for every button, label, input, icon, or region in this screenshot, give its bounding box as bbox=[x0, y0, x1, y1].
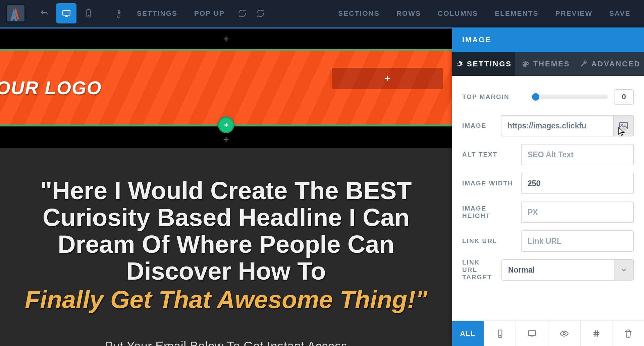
image-picker-button[interactable] bbox=[614, 115, 634, 136]
label-top-margin: TOP MARGIN bbox=[462, 93, 526, 101]
svg-rect-5 bbox=[620, 122, 628, 129]
visibility-toggle[interactable] bbox=[548, 321, 581, 346]
settings-button[interactable]: SETTINGS bbox=[129, 6, 185, 21]
subheadline[interactable]: Put Your Email Below To Get Instant Acce… bbox=[17, 339, 435, 346]
mobile-icon bbox=[496, 329, 504, 338]
element-settings-panel: IMAGE SETTINGS THEMES ADVANCED TOP MARGI… bbox=[452, 27, 644, 346]
add-section-fab[interactable] bbox=[218, 117, 234, 133]
sections-button[interactable]: SECTIONS bbox=[331, 6, 387, 21]
add-element-box[interactable] bbox=[332, 68, 443, 89]
label-link-url: LINK URL bbox=[462, 237, 514, 245]
panel-body: TOP MARGIN IMAGE ALT TEXT IMAGE WIDTH bbox=[452, 76, 644, 321]
row-link-target: LINK URL TARGET bbox=[462, 255, 634, 284]
sync-down-button[interactable] bbox=[234, 3, 250, 23]
label-image: IMAGE bbox=[462, 122, 494, 129]
mobile-view-button[interactable] bbox=[78, 3, 99, 23]
slider-thumb[interactable] bbox=[532, 93, 539, 101]
image-height-input[interactable] bbox=[521, 201, 634, 223]
eye-icon bbox=[560, 329, 569, 338]
chevron-down-icon[interactable] bbox=[614, 259, 634, 281]
link-url-input[interactable] bbox=[521, 230, 634, 252]
panel-device-bar: ALL bbox=[452, 321, 644, 346]
device-all[interactable]: ALL bbox=[452, 321, 484, 346]
elements-button[interactable]: ELEMENTS bbox=[487, 6, 546, 21]
tab-themes[interactable]: THEMES bbox=[515, 52, 577, 76]
tab-advanced-label: ADVANCED bbox=[591, 60, 641, 68]
headline-main[interactable]: "Here I Would Create The BEST Curiosity … bbox=[17, 177, 435, 285]
columns-button[interactable]: COLUMNS bbox=[430, 6, 485, 21]
row-alt-text: ALT TEXT bbox=[462, 140, 634, 169]
section-add-top[interactable] bbox=[0, 28, 452, 49]
rows-button[interactable]: ROWS bbox=[389, 6, 428, 21]
row-image-width: IMAGE WIDTH bbox=[462, 169, 634, 198]
tab-advanced[interactable]: ADVANCED bbox=[577, 52, 644, 76]
gear-icon bbox=[455, 60, 463, 68]
app-logo[interactable] bbox=[6, 4, 25, 22]
svg-point-4 bbox=[88, 15, 89, 16]
palette-icon bbox=[522, 60, 529, 68]
tab-settings-label: SETTINGS bbox=[467, 60, 512, 68]
undo-button[interactable] bbox=[34, 3, 54, 23]
alt-text-input[interactable] bbox=[521, 144, 634, 165]
label-link-target: LINK URL TARGET bbox=[462, 259, 495, 281]
row-top-margin: TOP MARGIN bbox=[462, 82, 634, 111]
desktop-icon bbox=[528, 329, 536, 338]
image-width-input[interactable] bbox=[521, 173, 634, 194]
label-image-height: IMAGE HEIGHT bbox=[462, 205, 514, 220]
device-desktop[interactable] bbox=[516, 321, 548, 346]
hash-icon bbox=[592, 329, 601, 338]
headline-accent[interactable]: Finally Get That Awesome Thing!" bbox=[17, 286, 435, 313]
svg-point-8 bbox=[499, 335, 500, 336]
image-url-input[interactable] bbox=[501, 115, 614, 136]
image-icon bbox=[619, 122, 628, 129]
save-button[interactable]: SAVE bbox=[602, 6, 638, 21]
label-alt-text: ALT TEXT bbox=[462, 151, 514, 158]
panel-title: IMAGE bbox=[452, 27, 644, 52]
row-link-url: LINK URL bbox=[462, 227, 634, 255]
delete-button[interactable] bbox=[612, 321, 644, 346]
editor-canvas: OUR LOGO "Here I Would Create The BEST C… bbox=[0, 27, 452, 346]
device-mobile[interactable] bbox=[484, 321, 517, 346]
desktop-view-button[interactable] bbox=[56, 3, 76, 23]
section-hero-banner[interactable]: OUR LOGO bbox=[0, 49, 452, 126]
row-image-url: IMAGE bbox=[462, 111, 634, 140]
top-margin-input[interactable] bbox=[614, 89, 634, 105]
css-id-button[interactable] bbox=[581, 321, 613, 346]
sync-up-button[interactable] bbox=[252, 3, 268, 23]
label-image-width: IMAGE WIDTH bbox=[462, 180, 514, 187]
tab-themes-label: THEMES bbox=[533, 60, 570, 68]
integrations-button[interactable] bbox=[111, 3, 127, 23]
section-headline[interactable]: "Here I Would Create The BEST Curiosity … bbox=[0, 148, 452, 346]
link-target-select[interactable] bbox=[501, 259, 614, 281]
trash-icon bbox=[624, 329, 633, 338]
wrench-icon bbox=[580, 60, 587, 68]
svg-rect-2 bbox=[63, 10, 70, 15]
svg-point-10 bbox=[563, 333, 566, 335]
page-logo-text: OUR LOGO bbox=[0, 77, 102, 99]
tab-settings[interactable]: SETTINGS bbox=[452, 52, 515, 76]
popup-button[interactable]: POP UP bbox=[187, 6, 232, 21]
top-toolbar: SETTINGS POP UP SECTIONS ROWS COLUMNS EL… bbox=[0, 0, 644, 27]
svg-rect-9 bbox=[528, 331, 536, 335]
top-margin-slider[interactable] bbox=[533, 95, 608, 99]
panel-tab-bar: SETTINGS THEMES ADVANCED bbox=[452, 52, 644, 76]
preview-button[interactable]: PREVIEW bbox=[548, 6, 600, 21]
row-image-height: IMAGE HEIGHT bbox=[462, 198, 634, 227]
